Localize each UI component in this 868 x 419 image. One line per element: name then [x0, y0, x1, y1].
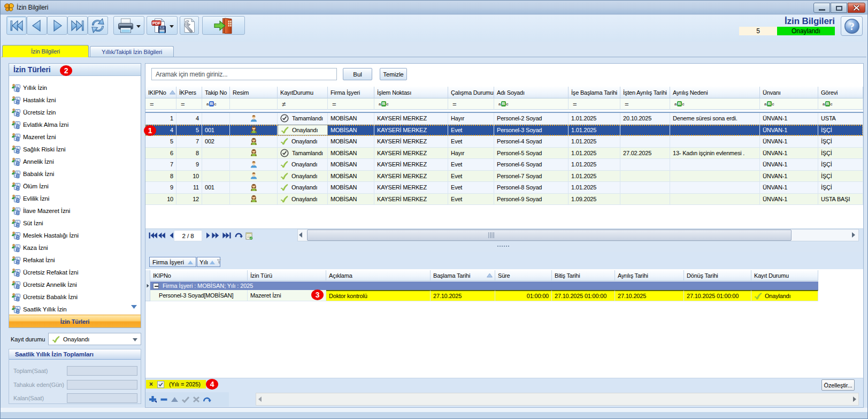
svg-text:?: ?: [849, 20, 854, 32]
svg-text:PDF: PDF: [152, 21, 160, 26]
